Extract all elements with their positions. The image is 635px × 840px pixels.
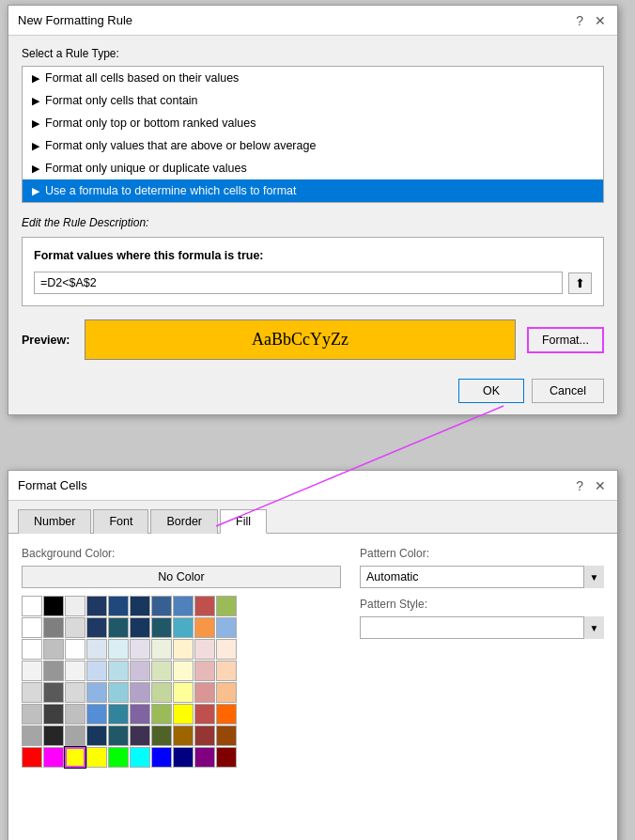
color-swatch-1-1[interactable] [43, 617, 64, 638]
color-swatch-7-4[interactable] [108, 747, 129, 768]
color-swatch-2-4[interactable] [108, 639, 129, 660]
color-swatch-1-8[interactable] [194, 617, 215, 638]
color-swatch-4-1[interactable] [43, 682, 64, 703]
color-swatch-0-4[interactable] [108, 596, 129, 616]
format-button[interactable]: Format... [527, 327, 604, 353]
color-swatch-3-2[interactable] [65, 661, 85, 681]
color-swatch-7-5[interactable] [130, 747, 150, 768]
color-swatch-7-6[interactable] [151, 747, 172, 768]
formula-collapse-button[interactable]: ⬆ [568, 272, 592, 294]
rule-item-3[interactable]: ▶Format only values that are above or be… [23, 134, 603, 157]
color-swatch-6-2[interactable] [65, 725, 85, 746]
color-swatch-7-1[interactable] [43, 747, 64, 768]
color-swatch-6-8[interactable] [194, 725, 215, 746]
color-swatch-2-8[interactable] [194, 639, 215, 660]
color-swatch-4-6[interactable] [151, 682, 172, 703]
tab-font[interactable]: Font [93, 509, 148, 534]
color-swatch-6-0[interactable] [22, 725, 42, 746]
color-swatch-4-8[interactable] [194, 682, 215, 703]
pattern-color-select[interactable]: Automatic [360, 566, 604, 588]
color-swatch-3-0[interactable] [22, 661, 42, 681]
color-swatch-2-5[interactable] [130, 639, 150, 660]
color-swatch-3-8[interactable] [194, 661, 215, 681]
color-swatch-0-7[interactable] [173, 596, 194, 616]
color-swatch-1-4[interactable] [108, 617, 129, 638]
color-swatch-6-1[interactable] [43, 725, 64, 746]
ok-button[interactable]: OK [458, 379, 524, 403]
color-swatch-3-6[interactable] [151, 661, 172, 681]
color-swatch-6-3[interactable] [86, 725, 107, 746]
rule-item-5[interactable]: ▶Use a formula to determine which cells … [23, 179, 603, 202]
pattern-style-select[interactable] [360, 616, 604, 639]
color-swatch-2-0[interactable] [22, 639, 42, 660]
color-swatch-6-9[interactable] [216, 725, 237, 746]
color-swatch-7-0[interactable] [22, 747, 42, 768]
color-swatch-2-1[interactable] [43, 639, 64, 660]
tab-number[interactable]: Number [18, 509, 91, 534]
color-swatch-2-9[interactable] [216, 639, 237, 660]
tab-fill[interactable]: Fill [220, 509, 267, 534]
color-swatch-6-5[interactable] [130, 725, 150, 746]
rule-item-1[interactable]: ▶Format only cells that contain [23, 89, 603, 112]
color-swatch-1-0[interactable] [22, 617, 42, 638]
formula-input[interactable] [34, 272, 563, 294]
color-swatch-6-7[interactable] [173, 725, 194, 746]
color-swatch-5-8[interactable] [194, 704, 215, 724]
tab-border[interactable]: Border [150, 509, 218, 534]
color-swatch-1-5[interactable] [130, 617, 150, 638]
color-swatch-5-2[interactable] [65, 704, 85, 724]
format-cells-help-button[interactable]: ? [574, 479, 585, 492]
color-swatch-3-5[interactable] [130, 661, 150, 681]
color-swatch-1-9[interactable] [216, 617, 237, 638]
color-swatch-4-2[interactable] [65, 682, 85, 703]
color-swatch-4-4[interactable] [108, 682, 129, 703]
color-swatch-3-3[interactable] [86, 661, 107, 681]
color-swatch-4-7[interactable] [173, 682, 194, 703]
color-swatch-2-6[interactable] [151, 639, 172, 660]
color-swatch-1-2[interactable] [65, 617, 85, 638]
color-swatch-5-6[interactable] [151, 704, 172, 724]
color-swatch-4-0[interactable] [22, 682, 42, 703]
color-swatch-5-3[interactable] [86, 704, 107, 724]
rule-item-0[interactable]: ▶Format all cells based on their values [23, 67, 603, 89]
color-swatch-4-3[interactable] [86, 682, 107, 703]
color-swatch-5-7[interactable] [173, 704, 194, 724]
rule-item-4[interactable]: ▶Format only unique or duplicate values [23, 157, 603, 179]
color-swatch-7-7[interactable] [173, 747, 194, 768]
color-swatch-0-9[interactable] [216, 596, 237, 616]
color-swatch-5-9[interactable] [216, 704, 237, 724]
color-swatch-2-7[interactable] [173, 639, 194, 660]
color-swatch-3-9[interactable] [216, 661, 237, 681]
color-swatch-0-8[interactable] [194, 596, 215, 616]
color-swatch-5-5[interactable] [130, 704, 150, 724]
color-swatch-0-6[interactable] [151, 596, 172, 616]
color-swatch-4-5[interactable] [130, 682, 150, 703]
color-swatch-0-5[interactable] [130, 596, 150, 616]
format-cells-close-button[interactable]: ✕ [593, 479, 608, 492]
color-swatch-4-9[interactable] [216, 682, 237, 703]
color-swatch-0-0[interactable] [22, 596, 42, 616]
rule-dialog-help-button[interactable]: ? [574, 14, 585, 27]
color-swatch-6-4[interactable] [108, 725, 129, 746]
color-swatch-5-1[interactable] [43, 704, 64, 724]
cancel-button[interactable]: Cancel [532, 379, 604, 403]
color-swatch-0-3[interactable] [86, 596, 107, 616]
rule-dialog-close-button[interactable]: ✕ [593, 14, 608, 27]
color-swatch-7-9[interactable] [216, 747, 237, 768]
color-swatch-3-7[interactable] [173, 661, 194, 681]
color-swatch-3-1[interactable] [43, 661, 64, 681]
color-swatch-2-3[interactable] [86, 639, 107, 660]
color-swatch-5-0[interactable] [22, 704, 42, 724]
color-swatch-7-3[interactable] [86, 747, 107, 768]
color-swatch-3-4[interactable] [108, 661, 129, 681]
color-swatch-7-8[interactable] [194, 747, 215, 768]
color-swatch-0-2[interactable] [65, 596, 85, 616]
color-swatch-5-4[interactable] [108, 704, 129, 724]
color-swatch-1-6[interactable] [151, 617, 172, 638]
color-swatch-1-3[interactable] [86, 617, 107, 638]
color-swatch-2-2[interactable] [65, 639, 85, 660]
no-color-button[interactable]: No Color [22, 566, 341, 588]
color-swatch-6-6[interactable] [151, 725, 172, 746]
color-swatch-0-1[interactable] [43, 596, 64, 616]
color-swatch-1-7[interactable] [173, 617, 194, 638]
